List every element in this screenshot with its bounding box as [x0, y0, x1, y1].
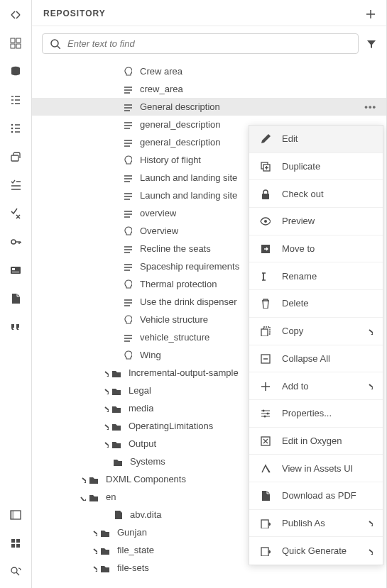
folder-icon	[111, 457, 123, 466]
document-icon[interactable]	[9, 292, 22, 305]
bulb-icon	[121, 279, 133, 289]
trash-icon	[259, 298, 271, 309]
menu-label: Copy	[282, 326, 354, 336]
find-replace-icon[interactable]	[9, 565, 22, 578]
tree-label: Launch and landing site	[140, 172, 237, 183]
pdf-icon	[259, 490, 271, 501]
menu-item-rename[interactable]: Rename	[249, 262, 383, 290]
menu-item-edit[interactable]: Edit	[249, 126, 383, 153]
list-icon[interactable]	[9, 122, 22, 135]
menu-item-view-in-assets-ui[interactable]: View in Assets UI	[249, 455, 383, 482]
outline-icon[interactable]	[9, 94, 22, 106]
tree-label: Recline the seats	[140, 243, 211, 254]
chevron-right-icon[interactable]	[100, 423, 110, 430]
tree-label: overview	[140, 208, 176, 218]
menu-item-properties-[interactable]: Properties...	[249, 400, 383, 428]
chevron-right-icon[interactable]	[100, 370, 110, 377]
panel-icon[interactable]	[9, 509, 22, 521]
collapse-icon	[259, 353, 271, 364]
bulb-icon	[121, 67, 133, 76]
folder-icon	[110, 386, 121, 395]
folder-icon	[110, 368, 121, 377]
tree-label: Output	[129, 438, 156, 449]
key-icon[interactable]	[9, 235, 22, 248]
tree-label: Use the drink dispenser	[140, 296, 237, 307]
tree-label: general_description	[140, 119, 220, 130]
topic-icon	[121, 120, 133, 129]
bulb-icon	[121, 315, 133, 324]
validate-icon[interactable]	[9, 207, 22, 220]
menu-label: Edit	[282, 133, 373, 144]
filter-icon[interactable]	[366, 38, 376, 49]
publish-icon	[259, 518, 271, 528]
tree-label: Systems	[130, 456, 165, 467]
menu-item-edit-in-oxygen[interactable]: Edit in Oxygen	[249, 428, 383, 455]
list-check-icon[interactable]	[9, 179, 22, 192]
tree-label: abv.dita	[130, 509, 162, 520]
folder-icon	[87, 475, 99, 484]
chevron-right-icon[interactable]	[100, 440, 110, 448]
add-button[interactable]	[365, 9, 375, 18]
chevron-right-icon[interactable]	[89, 547, 99, 554]
reuse-icon[interactable]	[9, 150, 22, 163]
chevron-right-icon[interactable]	[100, 387, 110, 394]
topic-icon	[121, 297, 133, 306]
menu-item-preview[interactable]: Preview	[249, 208, 383, 235]
chevron-right-icon[interactable]	[89, 565, 99, 572]
menu-label: View in Assets UI	[282, 463, 373, 474]
folder-icon	[110, 421, 121, 431]
menu-item-collapse-all[interactable]: Collapse All	[249, 345, 383, 373]
chevron-down-icon[interactable]	[77, 494, 87, 501]
repository-icon[interactable]	[9, 65, 22, 78]
menu-label: Collapse All	[282, 353, 373, 364]
chevron-right-icon[interactable]	[89, 529, 99, 536]
menu-item-duplicate[interactable]: Duplicate	[249, 153, 383, 181]
folder-icon	[99, 528, 110, 537]
menu-item-move-to[interactable]: Move to	[249, 235, 383, 263]
moveto-icon	[259, 243, 271, 254]
tree-label: Crew area	[140, 66, 182, 77]
lock-icon	[259, 189, 271, 199]
tree-label: Incremental-output-sample	[129, 367, 239, 378]
menu-item-publish-as[interactable]: Publish As	[249, 510, 383, 538]
tree-row[interactable]: crew_area	[32, 80, 386, 98]
menu-label: Quick Generate	[282, 545, 354, 556]
menu-label: Move to	[282, 243, 373, 254]
folder-icon	[99, 545, 110, 555]
tree-row[interactable]: General description•••	[32, 98, 386, 116]
search-box[interactable]	[42, 33, 359, 54]
tree-label: Overview	[140, 226, 178, 236]
quote-icon[interactable]	[9, 321, 22, 333]
tree-label: file-sets	[117, 562, 149, 573]
topic-icon	[121, 209, 133, 218]
expand-rail-icon[interactable]	[9, 9, 22, 21]
left-rail	[0, 0, 32, 588]
menu-item-add-to[interactable]: Add to	[249, 372, 383, 400]
menu-item-delete[interactable]: Delete	[249, 290, 383, 318]
menu-item-check-out[interactable]: Check out	[249, 180, 383, 208]
topic-icon	[121, 173, 133, 182]
chevron-right-icon[interactable]	[77, 476, 87, 483]
topic-icon	[121, 244, 133, 253]
copy-icon	[259, 326, 271, 336]
apps-icon[interactable]	[9, 537, 22, 550]
grid-view-icon[interactable]	[9, 37, 22, 50]
chevron-right-icon[interactable]	[100, 405, 110, 412]
menu-item-copy[interactable]: Copy	[249, 318, 383, 345]
tree-label: Launch and landing site	[140, 190, 237, 201]
eye-icon	[259, 216, 271, 226]
more-options-icon[interactable]: •••	[361, 101, 379, 112]
menu-item-quick-generate[interactable]: Quick Generate	[249, 537, 383, 565]
tree-label: Spaceship requirements	[140, 261, 239, 272]
search-input[interactable]	[67, 38, 351, 49]
tree-row[interactable]: Crew area	[32, 62, 386, 80]
menu-label: Check out	[282, 189, 373, 199]
menu-item-download-as-pdf[interactable]: Download as PDF	[249, 482, 383, 510]
menu-label: Edit in Oxygen	[282, 436, 373, 446]
bulb-icon	[121, 350, 133, 360]
card-icon[interactable]	[9, 264, 22, 277]
topic-icon	[121, 102, 133, 111]
oxygen-icon	[259, 436, 271, 446]
file-icon	[111, 510, 123, 519]
tree-label: Thermal protection	[140, 279, 217, 289]
